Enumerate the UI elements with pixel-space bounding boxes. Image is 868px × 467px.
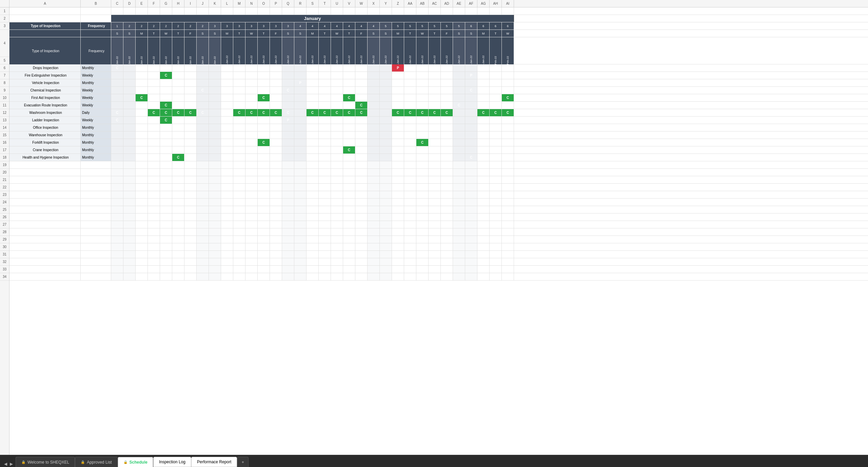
empty-cell-r11-c14[interactable]: [282, 243, 294, 250]
empty-cell-r1-c26[interactable]: [429, 169, 441, 176]
empty-cell-r12-c14[interactable]: [282, 251, 294, 258]
empty-cell-r9-c32[interactable]: [502, 228, 514, 236]
data-cell-r4-c13[interactable]: [270, 94, 282, 101]
data-cell-r5-c30[interactable]: [477, 102, 490, 109]
empty-cell-r0-c31[interactable]: [490, 161, 502, 168]
data-cell-r0-c8[interactable]: [209, 64, 221, 72]
data-cell-r9-c10[interactable]: [233, 131, 245, 139]
data-cell-r9-c27[interactable]: [441, 131, 453, 139]
empty-cell-r10-c13[interactable]: [270, 236, 282, 243]
empty-cell-r8-c31[interactable]: [490, 221, 502, 228]
data-cell-r2-c9[interactable]: [221, 79, 233, 86]
data-cell-r3-c1[interactable]: [123, 87, 136, 94]
data-cell-r1-c20[interactable]: [355, 72, 368, 79]
empty-cell-r7-c17[interactable]: [319, 214, 331, 221]
empty-cell-r11-c6[interactable]: [184, 243, 197, 250]
empty-cell-r3-c11[interactable]: [245, 184, 258, 191]
empty-cell-r5-c11[interactable]: [245, 199, 258, 206]
empty-cell-r13-c3[interactable]: [148, 258, 160, 265]
data-cell-r4-c19[interactable]: C: [343, 94, 355, 101]
data-cell-r9-c23[interactable]: [392, 131, 404, 139]
data-cell-r11-c11[interactable]: [245, 146, 258, 154]
empty-cell-r6-c30[interactable]: [477, 206, 490, 213]
data-cell-r7-c25[interactable]: [416, 117, 429, 124]
empty-cell-r1-c19[interactable]: [343, 169, 355, 176]
empty-cell-r11-c25[interactable]: [416, 243, 429, 250]
data-cell-r1-c27[interactable]: [441, 72, 453, 79]
data-cell-r0-c6[interactable]: [184, 64, 197, 72]
empty-cell-r1-c3[interactable]: [148, 169, 160, 176]
empty-cell-r10-c16[interactable]: [307, 236, 319, 243]
empty-cell-r15-c26[interactable]: [429, 273, 441, 280]
empty-cell-r14-c16[interactable]: [307, 266, 319, 273]
empty-cell-r14-c4[interactable]: [160, 266, 172, 273]
data-cell-r6-c7[interactable]: C: [197, 109, 209, 116]
data-cell-r4-c2[interactable]: C: [136, 94, 148, 101]
empty-cell-r8-c9[interactable]: [221, 221, 233, 228]
empty-cell-r1-c25[interactable]: [416, 169, 429, 176]
data-cell-r1-c12[interactable]: [258, 72, 270, 79]
empty-cell-r15-c14[interactable]: [282, 273, 294, 280]
empty-cell-r0-c27[interactable]: [441, 161, 453, 168]
data-cell-r1-c32[interactable]: [502, 72, 514, 79]
empty-cell-r3-c13[interactable]: [270, 184, 282, 191]
data-cell-r2-c1[interactable]: [123, 79, 136, 86]
data-cell-r1-c9[interactable]: [221, 72, 233, 79]
data-cell-r2-c23[interactable]: [392, 79, 404, 86]
data-cell-r4-c14[interactable]: [282, 94, 294, 101]
data-cell-r7-c32[interactable]: [502, 117, 514, 124]
empty-cell-r13-c22[interactable]: [380, 258, 392, 265]
empty-cell-r10-c27[interactable]: [441, 236, 453, 243]
empty-cell-r5-c32[interactable]: [502, 199, 514, 206]
data-cell-r6-c28[interactable]: [453, 109, 465, 116]
data-cell-r7-c14[interactable]: P: [282, 117, 294, 124]
empty-cell-r7-c19[interactable]: [343, 214, 355, 221]
data-cell-r1-c19[interactable]: [343, 72, 355, 79]
empty-cell-r10-c1[interactable]: [123, 236, 136, 243]
empty-cell-r15-c30[interactable]: [477, 273, 490, 280]
empty-cell-r7-c9[interactable]: [221, 214, 233, 221]
empty-cell-r9-c3[interactable]: [148, 228, 160, 236]
empty-cell-r14-c19[interactable]: [343, 266, 355, 273]
empty-cell-r5-c3[interactable]: [148, 199, 160, 206]
data-cell-r4-c24[interactable]: [404, 94, 416, 101]
empty-cell-r7-c16[interactable]: [307, 214, 319, 221]
empty-cell-r0-c18[interactable]: [331, 161, 343, 168]
empty-cell-r2-c6[interactable]: [184, 176, 197, 183]
data-cell-r5-c4[interactable]: C: [160, 102, 172, 109]
data-cell-r5-c6[interactable]: [184, 102, 197, 109]
data-cell-r3-c10[interactable]: [233, 87, 245, 94]
empty-cell-r3-c14[interactable]: [282, 184, 294, 191]
data-cell-r12-c24[interactable]: [404, 154, 416, 161]
data-cell-r8-c5[interactable]: [172, 124, 184, 131]
data-cell-r0-c11[interactable]: [245, 64, 258, 72]
empty-cell-r10-c12[interactable]: [258, 236, 270, 243]
data-cell-r9-c28[interactable]: [453, 131, 465, 139]
empty-cell-r4-c29[interactable]: [465, 191, 477, 198]
data-cell-r6-c29[interactable]: [465, 109, 477, 116]
data-cell-r9-c11[interactable]: [245, 131, 258, 139]
data-cell-r0-c30[interactable]: [477, 64, 490, 72]
data-cell-r10-c32[interactable]: [502, 139, 514, 146]
data-cell-r12-c19[interactable]: [343, 154, 355, 161]
data-cell-r12-c30[interactable]: [477, 154, 490, 161]
empty-cell-r6-c0[interactable]: [111, 206, 123, 213]
empty-cell-r15-c21[interactable]: [368, 273, 380, 280]
empty-cell-r13-c18[interactable]: [331, 258, 343, 265]
empty-cell-r7-c13[interactable]: [270, 214, 282, 221]
empty-cell-r4-c16[interactable]: [307, 191, 319, 198]
data-cell-r8-c21[interactable]: [368, 124, 380, 131]
data-cell-r2-c28[interactable]: [453, 79, 465, 86]
data-cell-r11-c16[interactable]: [307, 146, 319, 154]
data-cell-r12-c7[interactable]: [197, 154, 209, 161]
data-cell-r5-c25[interactable]: [416, 102, 429, 109]
empty-cell-r3-c4[interactable]: [160, 184, 172, 191]
data-cell-r7-c0[interactable]: C: [111, 117, 123, 124]
empty-cell-r8-c8[interactable]: [209, 221, 221, 228]
empty-cell-r0-c26[interactable]: [429, 161, 441, 168]
data-cell-r11-c22[interactable]: [380, 146, 392, 154]
empty-cell-r10-c6[interactable]: [184, 236, 197, 243]
data-cell-r3-c6[interactable]: [184, 87, 197, 94]
empty-cell-r0-c3[interactable]: [148, 161, 160, 168]
empty-cell-r15-c11[interactable]: [245, 273, 258, 280]
